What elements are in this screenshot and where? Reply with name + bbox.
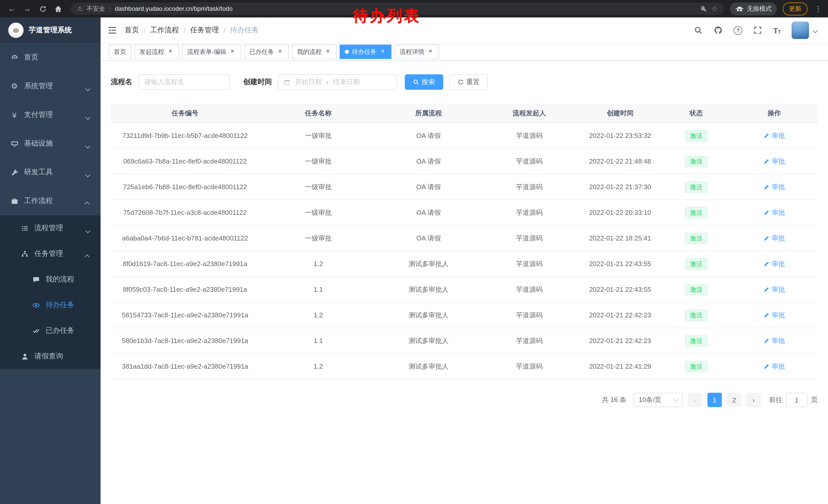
table-cell: 芋道源码 xyxy=(480,156,579,166)
breadcrumb-workflow[interactable]: 工作流程 xyxy=(150,26,179,35)
table-cell: 一级审批 xyxy=(259,182,377,191)
table-cell: 激活 xyxy=(662,310,731,321)
table-cell: OA 请假 xyxy=(377,131,480,140)
sidebar-item-done-task[interactable]: 已办任务 xyxy=(0,318,100,343)
page-button-1[interactable]: 1 xyxy=(707,393,722,407)
page-button-2[interactable]: 2 xyxy=(727,393,741,407)
table-cell: 激活 xyxy=(662,155,731,167)
table-cell: 芋道源码 xyxy=(480,336,579,345)
date-range-picker[interactable]: 开始日期 - 结束日期 xyxy=(278,74,397,90)
sidebar-item-home[interactable]: 首页 xyxy=(0,43,100,72)
menu-fold-icon[interactable] xyxy=(108,26,117,35)
breadcrumb-home[interactable]: 首页 xyxy=(125,26,139,35)
tab-item[interactable]: 流程表单-编辑× xyxy=(182,45,241,59)
list-icon xyxy=(20,224,29,232)
search-button[interactable]: 搜索 xyxy=(405,74,443,90)
approve-link[interactable]: 审批 xyxy=(763,259,785,268)
table-cell: OA 请假 xyxy=(377,182,480,191)
browser-forward-icon[interactable]: → xyxy=(20,2,34,15)
table-cell: 2022-01-21 22:43:55 xyxy=(579,260,661,268)
sidebar-item-payment[interactable]: ¥ 支付管理 xyxy=(0,100,100,129)
table-cell: 1.1 xyxy=(259,337,377,345)
tab-item[interactable]: 待办任务× xyxy=(340,45,391,59)
sidebar-item-process-management[interactable]: 流程管理 xyxy=(0,215,100,241)
approve-link[interactable]: 审批 xyxy=(763,156,785,166)
url-text[interactable]: dashboard.yudao.iocoder.cn/bpm/task/todo xyxy=(115,5,233,12)
approve-link[interactable]: 审批 xyxy=(763,362,785,371)
sidebar-item-leave-query[interactable]: 请假查询 xyxy=(0,343,100,369)
table-cell: 1.1 xyxy=(259,286,377,293)
text-size-icon[interactable]: TT xyxy=(773,26,781,35)
reset-button[interactable]: 重置 xyxy=(449,74,488,90)
sidebar-item-devtools[interactable]: 研发工具 xyxy=(0,158,100,187)
sidebar-item-workflow[interactable]: 工作流程 xyxy=(0,187,100,215)
next-page-button[interactable]: › xyxy=(746,393,761,407)
search-icon[interactable] xyxy=(694,26,703,35)
approve-link[interactable]: 审批 xyxy=(763,336,785,345)
tab-item[interactable]: 已办任务× xyxy=(244,45,289,59)
close-icon[interactable]: × xyxy=(427,48,434,55)
user-menu[interactable] xyxy=(792,21,817,39)
table-cell: 75d72608-7b7f-11ec-a3c8-acde48001122 xyxy=(111,209,259,216)
process-name-label: 流程名 xyxy=(111,78,132,87)
github-icon[interactable] xyxy=(714,26,723,35)
tab-item[interactable]: 发起流程× xyxy=(134,45,179,59)
prev-page-button[interactable]: ‹ xyxy=(688,393,702,407)
browser-update-button[interactable]: 更新 xyxy=(783,2,808,15)
browser-home-icon[interactable] xyxy=(51,2,65,15)
close-icon[interactable]: × xyxy=(167,48,174,55)
table-row: 75d72608-7b7f-11ec-a3c8-acde48001122一级审批… xyxy=(111,200,818,226)
table-cell: 一级审批 xyxy=(259,208,377,217)
chat-icon xyxy=(32,275,40,283)
table-cell: 芋道源码 xyxy=(480,182,579,191)
sidebar-item-system[interactable]: ⚙ 系统管理 xyxy=(0,72,100,100)
sidebar-item-label: 工作流程 xyxy=(24,196,53,205)
sidebar-item-task-management[interactable]: 任务管理 xyxy=(0,241,100,267)
security-label[interactable]: 不安全 xyxy=(87,4,105,13)
approve-link[interactable]: 审批 xyxy=(763,234,785,243)
goto-page-input[interactable]: 1 xyxy=(786,393,808,407)
close-icon[interactable]: × xyxy=(229,48,236,55)
tab-item[interactable]: 首页 xyxy=(109,45,131,59)
process-name-input[interactable]: 请输入流程名 xyxy=(138,74,230,90)
status-badge: 激活 xyxy=(685,258,707,269)
tab-item[interactable]: 我的流程× xyxy=(292,45,336,59)
help-icon[interactable]: ? xyxy=(734,26,743,35)
password-key-icon[interactable] xyxy=(700,5,707,12)
tab-label: 我的流程 xyxy=(297,47,322,56)
table-cell: 069c6a63-7b8a-11ec-8ef0-acde48001122 xyxy=(111,157,259,165)
browser-menu-icon[interactable]: ⋮ xyxy=(814,5,823,13)
table-cell: 2022-01-22 21:48:48 xyxy=(579,157,661,165)
sidebar-item-infrastructure[interactable]: 基础设施 xyxy=(0,129,100,158)
approve-link[interactable]: 审批 xyxy=(763,208,785,217)
sidebar-item-todo-task[interactable]: 待办任务 xyxy=(0,292,100,318)
close-icon[interactable]: × xyxy=(324,48,331,55)
chevron-up-icon xyxy=(86,252,89,260)
tab-label: 发起流程 xyxy=(139,47,164,56)
tab-item[interactable]: 流程详情× xyxy=(395,45,439,59)
fullscreen-icon[interactable] xyxy=(753,26,762,35)
table-cell: 激活 xyxy=(662,361,731,372)
approve-link[interactable]: 审批 xyxy=(763,131,785,140)
edit-pen-icon xyxy=(763,235,770,241)
tab-label: 已办任务 xyxy=(249,47,274,56)
approve-link[interactable]: 审批 xyxy=(763,182,785,191)
browser-reload-icon[interactable] xyxy=(36,2,49,15)
table-cell: 审批 xyxy=(731,182,818,191)
app-logo[interactable]: 芋道管理系统 xyxy=(0,17,100,43)
bookmark-star-icon[interactable]: ☆ xyxy=(711,5,718,13)
breadcrumb-task-management[interactable]: 任务管理 xyxy=(190,26,219,35)
gear-icon: ⚙ xyxy=(10,82,18,90)
table-cell: 芋道源码 xyxy=(480,131,579,140)
browser-back-icon[interactable]: ← xyxy=(5,2,18,15)
table-cell: 测试多审批人 xyxy=(377,311,480,320)
sidebar-item-my-process[interactable]: 我的流程 xyxy=(0,267,100,292)
edit-pen-icon xyxy=(763,363,770,369)
avatar[interactable] xyxy=(792,21,809,39)
approve-link[interactable]: 审批 xyxy=(763,285,785,294)
page-size-select[interactable]: 10条/页 xyxy=(633,393,683,407)
approve-link[interactable]: 审批 xyxy=(763,311,785,320)
sidebar-item-label: 已办任务 xyxy=(46,326,74,335)
close-icon[interactable]: × xyxy=(277,48,284,55)
close-icon[interactable]: × xyxy=(379,48,386,55)
